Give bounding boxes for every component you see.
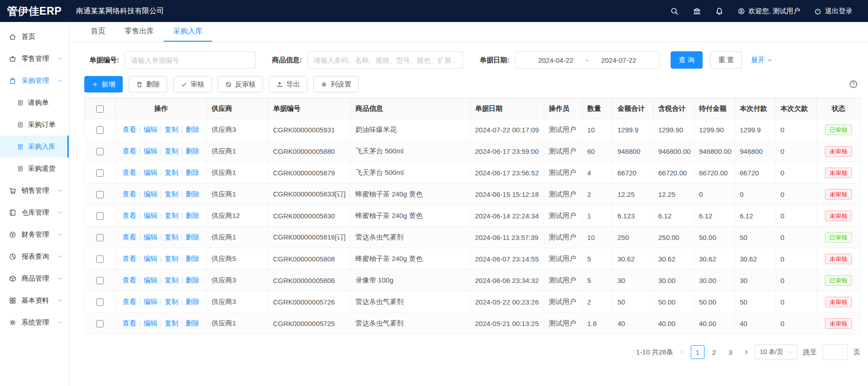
- row-action-view[interactable]: 查看: [123, 276, 136, 284]
- row-action-edit[interactable]: 编辑: [144, 233, 158, 241]
- row-checkbox[interactable]: [96, 277, 104, 284]
- sidebar-item-purchase-inbound[interactable]: 采购入库: [0, 136, 69, 158]
- tab-home[interactable]: 首页: [81, 22, 115, 42]
- row-action-copy[interactable]: 复制: [164, 147, 178, 155]
- date-range-picker[interactable]: 2024-04-22 ~ 2024-07-22: [515, 51, 660, 69]
- page-button-1[interactable]: 1: [691, 345, 704, 359]
- order-no-input[interactable]: [125, 51, 256, 69]
- sidebar-item-purchase-return[interactable]: 采购退货: [0, 158, 69, 179]
- row-checkbox[interactable]: [96, 148, 104, 155]
- cell-amount: 66720: [613, 162, 654, 184]
- row-action-edit[interactable]: 编辑: [144, 190, 158, 198]
- bank-icon[interactable]: [693, 7, 701, 16]
- home-icon: [9, 33, 16, 41]
- row-action-view[interactable]: 查看: [123, 190, 136, 198]
- sidebar-item-basic[interactable]: 基本资料: [0, 289, 69, 311]
- product-info-input[interactable]: [307, 51, 463, 69]
- row-checkbox[interactable]: [96, 126, 104, 134]
- columns-button[interactable]: 列设置: [313, 76, 359, 92]
- user-menu[interactable]: 欢迎您, 测试用户: [737, 7, 800, 16]
- row-action-view[interactable]: 查看: [123, 255, 136, 262]
- row-action-view[interactable]: 查看: [123, 125, 136, 133]
- row-action-delete[interactable]: 删除: [186, 233, 199, 241]
- bell-icon[interactable]: [715, 7, 724, 16]
- row-checkbox[interactable]: [96, 234, 104, 241]
- sidebar-item-retail[interactable]: 零售管理: [0, 48, 69, 70]
- sidebar-item-home[interactable]: 首页: [0, 26, 69, 48]
- row-action-delete[interactable]: 删除: [186, 147, 199, 155]
- audit-button[interactable]: 审核: [173, 76, 212, 92]
- sidebar-item-system[interactable]: 系统管理: [0, 311, 69, 333]
- row-action-delete[interactable]: 删除: [186, 276, 199, 284]
- row-action-edit[interactable]: 编辑: [144, 255, 158, 262]
- row-checkbox[interactable]: [96, 212, 104, 220]
- export-button[interactable]: 导出: [269, 76, 307, 92]
- page-button-2[interactable]: 2: [707, 345, 721, 359]
- jump-page-input[interactable]: [822, 344, 848, 360]
- row-checkbox[interactable]: [96, 256, 104, 263]
- sidebar-item-sales[interactable]: 销售管理: [0, 179, 69, 201]
- row-action-delete[interactable]: 删除: [186, 169, 199, 176]
- date-to[interactable]: 2024-07-22: [601, 56, 636, 64]
- row-action-edit[interactable]: 编辑: [144, 298, 158, 305]
- unaudit-button[interactable]: 反审核: [218, 76, 263, 92]
- row-action-delete[interactable]: 删除: [186, 125, 199, 133]
- row-action-copy[interactable]: 复制: [164, 169, 178, 176]
- table-row: 查看|编辑|复制|删除供应商1CGRK00000005833[订]蜂蜜柚子茶 2…: [85, 184, 861, 205]
- row-action-copy[interactable]: 复制: [164, 276, 178, 284]
- row-action-edit[interactable]: 编辑: [144, 212, 158, 219]
- tab-retail-outbound[interactable]: 零售出库: [115, 22, 164, 42]
- row-checkbox[interactable]: [96, 169, 104, 177]
- row-action-edit[interactable]: 编辑: [144, 169, 158, 176]
- row-action-delete[interactable]: 删除: [186, 298, 199, 305]
- sidebar-item-goods[interactable]: 商品管理: [0, 267, 69, 289]
- search-icon[interactable]: [670, 7, 679, 16]
- select-all-checkbox[interactable]: [96, 105, 104, 113]
- page-button-3[interactable]: 3: [724, 345, 737, 359]
- row-action-view[interactable]: 查看: [123, 212, 136, 219]
- row-checkbox[interactable]: [96, 320, 104, 327]
- search-button[interactable]: 查 询: [671, 51, 703, 69]
- row-action-delete[interactable]: 删除: [186, 255, 199, 262]
- row-action-copy[interactable]: 复制: [164, 233, 178, 241]
- expand-toggle[interactable]: 展开: [751, 56, 773, 65]
- row-action-copy[interactable]: 复制: [164, 125, 178, 133]
- row-checkbox[interactable]: [96, 299, 104, 306]
- next-page-button[interactable]: [743, 349, 749, 355]
- row-action-edit[interactable]: 编辑: [144, 125, 158, 133]
- logout-button[interactable]: 退出登录: [814, 7, 852, 16]
- prev-page-button[interactable]: [679, 349, 685, 355]
- row-action-view[interactable]: 查看: [123, 298, 136, 305]
- sidebar-item-purchase-request[interactable]: 请购单: [0, 92, 69, 114]
- row-checkbox[interactable]: [96, 191, 104, 198]
- page-size-select[interactable]: 10 条/页: [755, 344, 797, 360]
- add-button[interactable]: 新增: [84, 76, 123, 92]
- delete-button[interactable]: 删除: [129, 76, 167, 92]
- row-action-copy[interactable]: 复制: [164, 212, 178, 219]
- date-from[interactable]: 2024-04-22: [538, 56, 573, 64]
- sidebar-item-reports[interactable]: 报表查询: [0, 245, 69, 267]
- table-row: 查看|编辑|复制|删除供应商1CGRK00000005816[订]雷达杀虫气雾剂…: [85, 227, 861, 248]
- sidebar-item-warehouse[interactable]: 仓库管理: [0, 201, 69, 223]
- row-action-copy[interactable]: 复制: [164, 319, 178, 327]
- sidebar-item-purchase[interactable]: 采购管理: [0, 70, 69, 92]
- tab-purchase-inbound[interactable]: 采购入库: [164, 22, 212, 42]
- row-action-view[interactable]: 查看: [123, 169, 136, 176]
- row-action-view[interactable]: 查看: [123, 319, 136, 327]
- help-icon[interactable]: ?: [849, 80, 858, 89]
- row-action-edit[interactable]: 编辑: [144, 276, 158, 284]
- reset-button[interactable]: 重 置: [710, 51, 742, 69]
- row-action-edit[interactable]: 编辑: [144, 319, 158, 327]
- row-action-edit[interactable]: 编辑: [144, 147, 158, 155]
- row-action-copy[interactable]: 复制: [164, 190, 178, 198]
- row-action-view[interactable]: 查看: [123, 147, 136, 155]
- sidebar-item-finance[interactable]: 财务管理: [0, 223, 69, 245]
- row-action-delete[interactable]: 删除: [186, 319, 199, 327]
- row-action-copy[interactable]: 复制: [164, 298, 178, 305]
- row-action-view[interactable]: 查看: [123, 233, 136, 241]
- row-action-delete[interactable]: 删除: [186, 190, 199, 198]
- sidebar-item-purchase-order[interactable]: 采购订单: [0, 114, 69, 136]
- row-action-copy[interactable]: 复制: [164, 255, 178, 262]
- row-action-delete[interactable]: 删除: [186, 212, 199, 219]
- sidebar-item-label: 采购退货: [28, 164, 55, 173]
